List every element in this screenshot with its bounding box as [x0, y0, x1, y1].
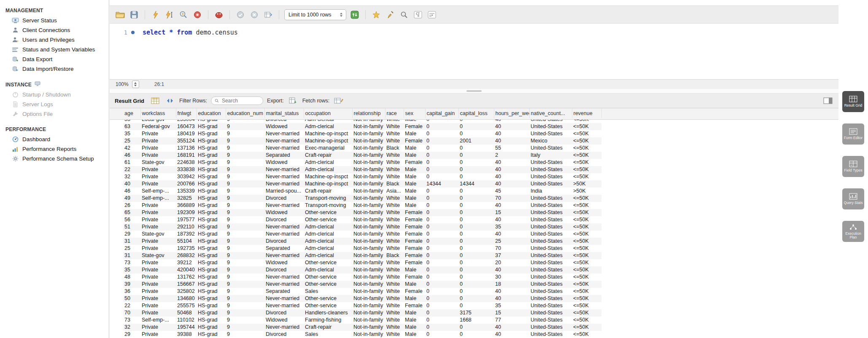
- clear-query-button[interactable]: [385, 9, 396, 20]
- cell[interactable]: 35: [494, 223, 529, 231]
- cell[interactable]: <=50K: [572, 245, 601, 252]
- table-row[interactable]: 63Federal-gov160473HS-grad9WidowedAdm-cl…: [123, 123, 601, 130]
- cell[interactable]: 20: [494, 259, 529, 266]
- cell[interactable]: Female: [404, 274, 425, 281]
- cell[interactable]: 9: [226, 295, 264, 302]
- cell[interactable]: Private: [140, 274, 176, 281]
- cell[interactable]: Italy: [529, 152, 572, 159]
- cell[interactable]: Not-in-family: [352, 166, 385, 173]
- cell[interactable]: White: [385, 295, 404, 302]
- cell[interactable]: <=50K: [572, 331, 601, 338]
- sidebar-item-status-system-variables[interactable]: Status and System Variables: [0, 45, 109, 54]
- cell[interactable]: 0: [458, 216, 494, 223]
- cell[interactable]: HS-grad: [197, 209, 226, 216]
- cell[interactable]: 0: [458, 245, 494, 252]
- cell[interactable]: 9: [226, 259, 264, 266]
- cell[interactable]: United-States: [529, 288, 572, 295]
- cell[interactable]: White: [385, 281, 404, 288]
- cell[interactable]: Female: [404, 238, 425, 245]
- cell[interactable]: Other-service: [304, 295, 352, 302]
- cell[interactable]: State-gov: [140, 231, 176, 238]
- cell[interactable]: Private: [140, 137, 176, 145]
- cell[interactable]: Female: [404, 302, 425, 309]
- cell[interactable]: Adm-clerical: [304, 166, 352, 173]
- cell[interactable]: Other-service: [304, 216, 352, 223]
- cell[interactable]: Never-married: [264, 302, 304, 309]
- cell[interactable]: 110102: [176, 317, 197, 324]
- table-row[interactable]: 35Private180419HS-grad9Never-marriedMach…: [123, 130, 601, 137]
- cell[interactable]: State-gov: [140, 159, 176, 166]
- cell[interactable]: 15: [494, 309, 529, 317]
- cell[interactable]: 50468: [176, 309, 197, 317]
- cell[interactable]: United-States: [529, 159, 572, 166]
- cell[interactable]: 25: [123, 245, 140, 252]
- column-header-hours_per_week[interactable]: hours_per_week: [494, 108, 529, 118]
- cell[interactable]: Adm-clerical: [304, 252, 352, 259]
- cell[interactable]: 0: [425, 324, 458, 331]
- cell[interactable]: 0: [425, 152, 458, 159]
- cell[interactable]: <=50K: [572, 317, 601, 324]
- cell[interactable]: 40: [494, 173, 529, 180]
- cell[interactable]: 48: [123, 274, 140, 281]
- cell[interactable]: 9: [226, 137, 264, 145]
- cell[interactable]: White: [385, 274, 404, 281]
- cell[interactable]: <=50K: [572, 281, 601, 288]
- cell[interactable]: 40: [494, 123, 529, 130]
- cell[interactable]: Male: [404, 152, 425, 159]
- cell[interactable]: 0: [425, 130, 458, 137]
- cell[interactable]: Federal-gov: [140, 123, 176, 130]
- cell[interactable]: 0: [425, 288, 458, 295]
- cell[interactable]: 192735: [176, 245, 197, 252]
- stop-on-error-button[interactable]: [213, 9, 224, 20]
- cell[interactable]: HS-grad: [197, 274, 226, 281]
- cell[interactable]: Not-in-family: [352, 331, 385, 338]
- table-row[interactable]: 29Private39388HS-grad9DivorcedSalesNot-i…: [123, 331, 601, 338]
- cell[interactable]: <=50K: [572, 137, 601, 145]
- cell[interactable]: Machine-op-inspct: [304, 130, 352, 137]
- cell[interactable]: <=50K: [572, 223, 601, 231]
- cell[interactable]: 31: [123, 238, 140, 245]
- apply-changes-button[interactable]: [164, 95, 175, 106]
- cell[interactable]: 197577: [176, 216, 197, 223]
- cell[interactable]: United-States: [529, 120, 572, 123]
- cell[interactable]: 39: [123, 281, 140, 288]
- table-row[interactable]: 73Private39212HS-grad9WidowedOther-servi…: [123, 259, 601, 266]
- cell[interactable]: Not-in-family: [352, 145, 385, 152]
- cell[interactable]: Male: [404, 145, 425, 152]
- cell[interactable]: Other-service: [304, 259, 352, 266]
- cell[interactable]: <=50K: [572, 123, 601, 130]
- cell[interactable]: 25: [494, 238, 529, 245]
- cell[interactable]: Never-married: [264, 166, 304, 173]
- cell[interactable]: United-States: [529, 331, 572, 338]
- table-row[interactable]: 73Self-emp-...110102HS-grad9WidowedFarmi…: [123, 317, 601, 324]
- cell[interactable]: Female: [404, 223, 425, 231]
- cell[interactable]: 0: [425, 195, 458, 202]
- execution-plan-view-button[interactable]: Execution Plan: [842, 221, 864, 242]
- table-row[interactable]: 32Private303942HS-grad9Never-marriedMach…: [123, 173, 601, 180]
- cell[interactable]: Mexico: [529, 137, 572, 145]
- cell[interactable]: Adm-clerical: [304, 238, 352, 245]
- table-row[interactable]: 31State-gov268832HS-grad9Never-marriedAd…: [123, 252, 601, 259]
- cell[interactable]: <=50K: [572, 324, 601, 331]
- cell[interactable]: 0: [458, 195, 494, 202]
- cell[interactable]: 9: [226, 195, 264, 202]
- cell[interactable]: HS-grad: [197, 188, 226, 195]
- cell[interactable]: Other-service: [304, 281, 352, 288]
- cell[interactable]: United-States: [529, 166, 572, 173]
- cell[interactable]: <=50K: [572, 252, 601, 259]
- zoom-stepper[interactable]: [132, 80, 139, 88]
- cell[interactable]: Not-in-family: [352, 180, 385, 188]
- cell[interactable]: Separated: [264, 152, 304, 159]
- cell[interactable]: White: [385, 202, 404, 209]
- cell[interactable]: 160473: [176, 123, 197, 130]
- cell[interactable]: 0: [425, 166, 458, 173]
- cell[interactable]: Separated: [264, 288, 304, 295]
- cell[interactable]: Craft-repair: [304, 324, 352, 331]
- cell[interactable]: >50K: [572, 188, 601, 195]
- cell[interactable]: 9: [226, 180, 264, 188]
- cell[interactable]: United-States: [529, 309, 572, 317]
- cell[interactable]: Private: [140, 180, 176, 188]
- cell[interactable]: 9: [226, 274, 264, 281]
- cell[interactable]: Not-in-family: [352, 130, 385, 137]
- execute-current-button[interactable]: [164, 9, 175, 20]
